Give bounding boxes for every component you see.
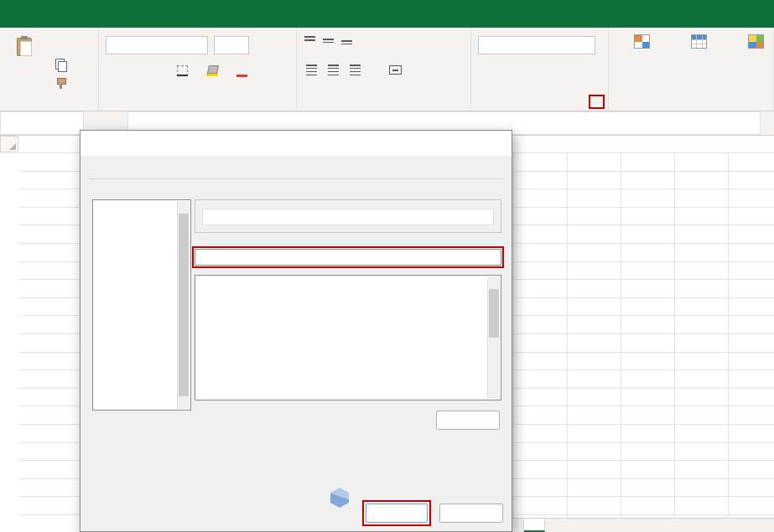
clipboard-dialog-launcher-icon[interactable] xyxy=(83,97,95,109)
clipboard-group xyxy=(0,28,99,111)
decrease-font-size-button[interactable] xyxy=(262,39,262,52)
delete-button[interactable] xyxy=(436,411,500,430)
number-dialog-launcher-icon[interactable] xyxy=(589,95,605,109)
sheet-tab-bar xyxy=(512,518,774,532)
align-right-button[interactable] xyxy=(349,65,361,75)
font-name-select[interactable] xyxy=(106,36,208,54)
sample-preview xyxy=(202,209,494,225)
paste-icon xyxy=(17,38,32,56)
exceldemy-logo-icon xyxy=(330,488,349,508)
cancel-button[interactable] xyxy=(439,504,503,523)
cut-button[interactable] xyxy=(52,38,69,52)
category-scrollbar[interactable] xyxy=(177,201,190,409)
watermark xyxy=(330,488,355,508)
format-as-table-icon xyxy=(691,34,707,49)
font-dialog-launcher-icon[interactable] xyxy=(281,97,293,109)
scrollbar-thumb[interactable] xyxy=(489,289,499,338)
dialog-tabs xyxy=(89,161,503,179)
font-size-select[interactable] xyxy=(214,36,249,54)
select-all-corner[interactable] xyxy=(0,136,18,152)
sheet-tab-partial[interactable] xyxy=(512,519,524,532)
name-box[interactable] xyxy=(0,111,84,135)
format-as-table-button[interactable] xyxy=(673,34,725,54)
codes-scrollbar[interactable] xyxy=(487,276,500,399)
conditional-formatting-icon xyxy=(634,34,650,49)
bottom-align-button[interactable] xyxy=(340,36,353,47)
ribbon xyxy=(0,28,774,111)
number-format-select[interactable] xyxy=(478,36,595,54)
font-color-button[interactable] xyxy=(236,65,247,76)
type-input[interactable] xyxy=(195,249,501,266)
sheet-tab-sheet2[interactable] xyxy=(524,519,545,532)
sample-groupbox xyxy=(195,199,501,233)
font-group xyxy=(99,28,297,111)
cell-styles-button[interactable] xyxy=(730,34,774,54)
ok-button[interactable] xyxy=(366,504,428,523)
dialog-help-button[interactable] xyxy=(443,131,468,156)
paste-button[interactable] xyxy=(5,34,44,106)
dialog-close-icon[interactable] xyxy=(476,131,506,156)
cell-styles-icon xyxy=(748,34,764,49)
format-painter-button[interactable] xyxy=(52,76,69,90)
merge-center-button[interactable] xyxy=(389,65,402,75)
middle-align-button[interactable] xyxy=(322,36,335,47)
ribbon-tab-bar xyxy=(0,0,774,28)
alignment-group xyxy=(297,28,471,111)
copy-button[interactable] xyxy=(52,57,69,71)
scroll-up-icon[interactable] xyxy=(488,276,500,289)
copy-icon xyxy=(55,59,66,70)
category-listbox xyxy=(92,199,191,411)
increase-font-size-button[interactable] xyxy=(255,39,256,52)
scroll-down-icon[interactable] xyxy=(178,396,190,409)
clipboard-mini-buttons xyxy=(52,38,69,90)
scrollbar-thumb[interactable] xyxy=(179,214,189,396)
format-painter-icon xyxy=(55,78,65,90)
type-input-highlight xyxy=(192,246,504,268)
scroll-up-icon[interactable] xyxy=(178,201,190,214)
top-align-button[interactable] xyxy=(304,36,316,47)
ok-button-highlight xyxy=(362,500,431,526)
alignment-dialog-launcher-icon[interactable] xyxy=(455,97,467,109)
format-codes-listbox xyxy=(195,275,501,400)
fill-color-button[interactable] xyxy=(206,65,218,76)
format-cells-dialog xyxy=(80,130,512,532)
align-left-button[interactable] xyxy=(305,65,318,75)
styles-group xyxy=(609,28,774,111)
align-center-button[interactable] xyxy=(327,65,340,75)
number-group xyxy=(471,28,609,111)
dialog-buttons xyxy=(362,500,503,526)
conditional-formatting-button[interactable] xyxy=(616,34,668,54)
scroll-down-icon[interactable] xyxy=(488,386,500,399)
column-headers xyxy=(0,136,18,152)
borders-button[interactable] xyxy=(177,65,188,76)
excel-window xyxy=(0,0,774,532)
